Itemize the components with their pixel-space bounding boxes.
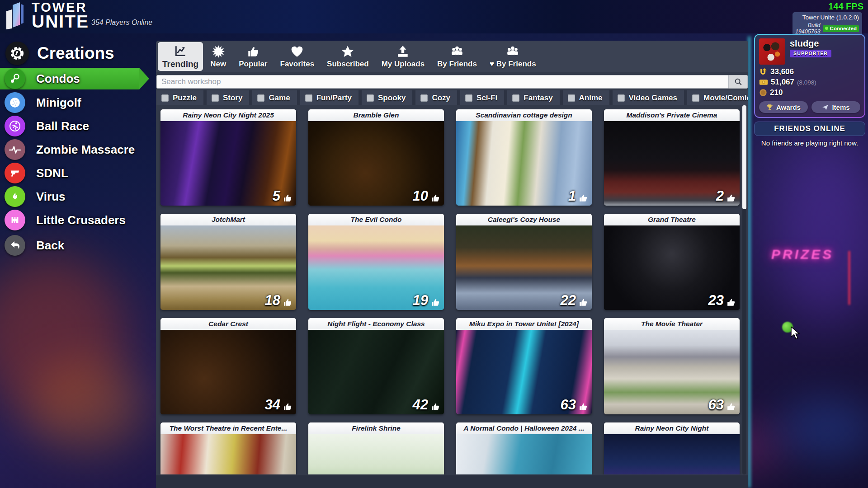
filter-spooky[interactable]: Spooky [362, 90, 412, 105]
card-miku-expo-in-tower-unite-2024[interactable]: Miku Expo in Tower Unite! [2024] 63 [456, 318, 592, 414]
checkbox[interactable] [257, 94, 264, 102]
card-maddisons-private-cinema[interactable]: Maddison's Private Cinema 2 [604, 109, 740, 206]
avatar[interactable] [759, 38, 785, 65]
card-scandinavian-cottage-design[interactable]: Scandinavian cottage design 1 [456, 109, 592, 206]
tab-by-friends[interactable]: By Friends [431, 41, 483, 72]
thumbs-up-icon [726, 297, 736, 307]
card-thumbnail: 2 [604, 121, 740, 206]
card-the-evil-condo[interactable]: The Evil Condo 19 [308, 214, 444, 310]
sidebar-item-ball-race[interactable]: Ball Race [0, 115, 89, 137]
search-button[interactable] [729, 75, 748, 89]
like-count: 42 [413, 398, 440, 412]
card-rainy-neon-city-night-2025[interactable]: Rainy Neon City Night 2025 5 [160, 109, 296, 206]
search-input[interactable] [156, 75, 729, 89]
sidebar-item-back[interactable]: Back [0, 235, 64, 256]
card-cedar-crest[interactable]: Cedar Crest 34 [160, 318, 296, 414]
checkbox[interactable] [512, 94, 519, 102]
card-a-normal-condo-halloween-2024[interactable]: A Normal Condo | Halloween 2024 ... [456, 422, 592, 474]
sidebar-item-condos[interactable]: Condos [0, 68, 139, 89]
scrollbar-track[interactable] [742, 105, 746, 474]
sidebar-item-zombie-massacre[interactable]: Zombie Massacre [0, 139, 135, 160]
friends-online-header[interactable]: FRIENDS ONLINE [754, 122, 865, 136]
like-count: 10 [413, 189, 440, 203]
like-count: 34 [265, 398, 292, 412]
sidebar-item-sdnl[interactable]: SDNL [0, 162, 68, 184]
card-rainy-neon-city-night[interactable]: Rainy Neon City Night [604, 422, 740, 474]
items-button[interactable]: Items [811, 101, 860, 113]
checkbox[interactable] [692, 94, 699, 102]
thumbs-up-icon [283, 402, 292, 412]
pistol-icon [5, 163, 25, 183]
trending-chart-icon [174, 44, 187, 58]
card-the-movie-theater[interactable]: The Movie Theater 63 [604, 318, 740, 414]
heartbeat-icon [5, 139, 25, 160]
checkbox[interactable] [465, 94, 472, 102]
card-title: Firelink Shrine [308, 422, 444, 434]
filter-game[interactable]: Game [252, 90, 297, 105]
filter-story[interactable]: Story [207, 90, 249, 105]
tab-popular[interactable]: Popular [232, 41, 274, 72]
flame-icon [5, 186, 25, 207]
coin-icon [759, 89, 767, 97]
filter-anime[interactable]: Anime [563, 90, 609, 105]
card-bramble-glen[interactable]: Bramble Glen 10 [308, 109, 444, 206]
tab-subscribed[interactable]: Subscribed [321, 41, 375, 72]
filter-puzzle[interactable]: Puzzle [156, 90, 203, 105]
prizes-neon-sign: PRIZES [771, 247, 834, 262]
filter-video-games[interactable]: Video Games [613, 90, 684, 105]
logo-building-icon [4, 1, 29, 29]
thumbs-up-icon [726, 402, 736, 412]
units-icon [759, 79, 768, 86]
card-night-flight-economy-class[interactable]: Night Flight - Economy Class 42 [308, 318, 444, 414]
thumbs-up-icon [578, 297, 588, 307]
card-thumbnail [456, 434, 592, 474]
card-thumbnail: 42 [308, 330, 444, 414]
scrollbar-thumb[interactable] [742, 105, 746, 209]
steam-icon [5, 68, 25, 89]
card-thumbnail: 18 [160, 225, 296, 310]
filter-movie-comics[interactable]: Movie/Comics [687, 90, 748, 105]
card-the-worst-theatre[interactable]: The Worst Theatre in Recent Ente... [160, 422, 296, 474]
checkbox[interactable] [212, 94, 219, 102]
card-title: The Worst Theatre in Recent Ente... [160, 422, 296, 434]
golf-ball-icon [5, 92, 25, 113]
filter-fantasy[interactable]: Fantasy [507, 90, 559, 105]
checkbox[interactable] [367, 94, 374, 102]
bg-blob-orange [27, 361, 145, 452]
filter-cozy[interactable]: Cozy [415, 90, 457, 105]
tab-new[interactable]: New [204, 41, 232, 72]
upload-icon [396, 45, 410, 58]
card-title: Cedar Crest [160, 318, 296, 330]
tab-favorites[interactable]: Favorites [274, 41, 321, 72]
connection-info-box: Tower Unite (1.0.2.0) Build 19405763 Con… [793, 12, 862, 37]
checkbox[interactable] [420, 94, 428, 102]
awards-button[interactable]: Awards [759, 101, 808, 113]
card-thumbnail: 22 [456, 225, 592, 310]
tab-my-uploads[interactable]: My Uploads [375, 41, 431, 72]
people-icon [506, 45, 519, 58]
thumbs-up-icon [578, 402, 588, 412]
thumbs-up-icon [283, 297, 292, 307]
checkbox[interactable] [161, 94, 169, 102]
tab-favorites-by-friends[interactable]: ♥ By Friends [483, 41, 542, 72]
workshop-browser-panel: Trending New Popular Favorites Subscribe… [156, 41, 748, 488]
thumbs-up-icon [283, 193, 292, 203]
checkbox[interactable] [305, 94, 312, 102]
card-thumbnail: 63 [604, 330, 740, 414]
card-grand-theatre[interactable]: Grand Theatre 23 [604, 214, 740, 310]
card-caleegis-cozy-house[interactable]: Caleegi's Cozy House 22 [456, 214, 592, 310]
card-thumbnail: 63 [456, 330, 592, 414]
checkbox[interactable] [568, 94, 575, 102]
card-jotchmart[interactable]: JotchMart 18 [160, 214, 296, 310]
sidebar-item-virus[interactable]: Virus [0, 186, 66, 207]
heart-icon [290, 45, 304, 58]
creations-header: Creations [5, 42, 114, 65]
card-firelink-shrine[interactable]: Firelink Shrine [308, 422, 444, 474]
filter-sci-fi[interactable]: Sci-Fi [460, 90, 504, 105]
sidebar-item-minigolf[interactable]: Minigolf [0, 92, 81, 113]
sidebar-item-little-crusaders[interactable]: Little Crusaders [0, 209, 126, 231]
checkbox[interactable] [618, 94, 625, 102]
filter-fun-party[interactable]: Fun/Party [300, 90, 359, 105]
tab-trending[interactable]: Trending [158, 42, 203, 71]
sidebar-item-label: Condos [36, 72, 80, 86]
